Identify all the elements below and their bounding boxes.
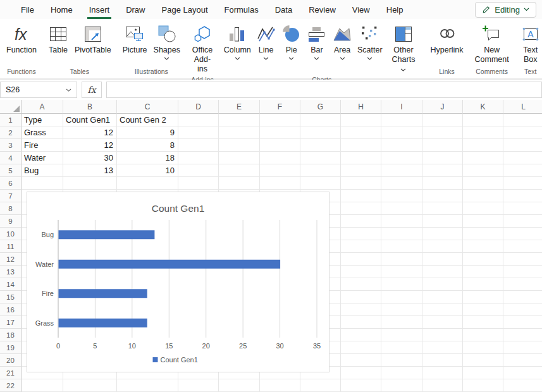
- menu-tab-page-layout[interactable]: Page Layout: [154, 0, 216, 19]
- cell-H6[interactable]: [341, 177, 381, 190]
- pie-chart-button[interactable]: Pie: [279, 22, 304, 61]
- column-header-A[interactable]: A: [22, 100, 63, 114]
- cell-L8[interactable]: [503, 202, 542, 215]
- new-comment-button[interactable]: New Comment: [472, 22, 512, 65]
- cell-L14[interactable]: [503, 278, 542, 291]
- column-header-D[interactable]: D: [178, 100, 219, 114]
- cell-J2[interactable]: [422, 126, 463, 139]
- row-header-1[interactable]: 1: [0, 114, 22, 126]
- cell-H10[interactable]: [341, 228, 381, 240]
- cell-K13[interactable]: [463, 266, 503, 278]
- cell-A4[interactable]: Water: [22, 152, 63, 164]
- cell-J3[interactable]: [422, 139, 463, 152]
- row-header-14[interactable]: 14: [0, 278, 22, 291]
- cell-K9[interactable]: [463, 215, 503, 228]
- text-box-button[interactable]: A Text Box: [517, 22, 542, 65]
- cell-H1[interactable]: [341, 114, 381, 126]
- cell-K8[interactable]: [463, 202, 503, 215]
- cell-J9[interactable]: [422, 215, 463, 228]
- row-header-6[interactable]: 6: [0, 177, 22, 190]
- cell-H5[interactable]: [341, 164, 381, 177]
- cell-I7[interactable]: [381, 190, 422, 202]
- row-header-5[interactable]: 5: [0, 164, 22, 177]
- picture-button[interactable]: Picture: [120, 22, 151, 56]
- row-header-13[interactable]: 13: [0, 266, 22, 278]
- cell-H15[interactable]: [341, 291, 381, 303]
- cell-C2[interactable]: 9: [117, 126, 178, 139]
- cell-E22[interactable]: [219, 379, 260, 392]
- cell-K12[interactable]: [463, 253, 503, 266]
- cell-J13[interactable]: [422, 266, 463, 278]
- cell-D22[interactable]: [178, 379, 219, 392]
- formula-bar-input[interactable]: [106, 82, 542, 98]
- cell-B3[interactable]: 12: [63, 139, 117, 152]
- cell-H17[interactable]: [341, 316, 381, 329]
- cell-K21[interactable]: [463, 367, 503, 379]
- row-header-2[interactable]: 2: [0, 126, 22, 139]
- cell-E2[interactable]: [219, 126, 260, 139]
- menu-tab-data[interactable]: Data: [267, 0, 300, 19]
- cell-H12[interactable]: [341, 253, 381, 266]
- cell-I17[interactable]: [381, 316, 422, 329]
- cell-J4[interactable]: [422, 152, 463, 164]
- cell-J7[interactable]: [422, 190, 463, 202]
- cell-L19[interactable]: [503, 341, 542, 354]
- cell-J15[interactable]: [422, 291, 463, 303]
- menu-tab-view[interactable]: View: [344, 0, 378, 19]
- cell-L2[interactable]: [503, 126, 542, 139]
- cell-H14[interactable]: [341, 278, 381, 291]
- cell-F4[interactable]: [260, 152, 300, 164]
- cell-J19[interactable]: [422, 341, 463, 354]
- cell-L17[interactable]: [503, 316, 542, 329]
- row-header-22[interactable]: 22: [0, 379, 22, 392]
- cell-J22[interactable]: [422, 379, 463, 392]
- row-header-18[interactable]: 18: [0, 329, 22, 341]
- line-chart-button[interactable]: Line: [254, 22, 279, 61]
- row-header-15[interactable]: 15: [0, 291, 22, 303]
- cell-G2[interactable]: [300, 126, 341, 139]
- table-button[interactable]: Table: [45, 22, 71, 56]
- cell-I6[interactable]: [381, 177, 422, 190]
- column-header-J[interactable]: J: [422, 100, 463, 114]
- cell-L6[interactable]: [503, 177, 542, 190]
- cell-D2[interactable]: [178, 126, 219, 139]
- cell-I19[interactable]: [381, 341, 422, 354]
- cell-B1[interactable]: Count Gen1: [63, 114, 117, 126]
- cell-H22[interactable]: [341, 379, 381, 392]
- cell-C1[interactable]: Count Gen 2: [117, 114, 178, 126]
- area-chart-button[interactable]: Area: [330, 22, 355, 61]
- cell-H19[interactable]: [341, 341, 381, 354]
- cell-D3[interactable]: [178, 139, 219, 152]
- cell-I3[interactable]: [381, 139, 422, 152]
- cell-I13[interactable]: [381, 266, 422, 278]
- cell-J17[interactable]: [422, 316, 463, 329]
- cell-D6[interactable]: [178, 177, 219, 190]
- cell-I4[interactable]: [381, 152, 422, 164]
- column-header-K[interactable]: K: [463, 100, 503, 114]
- cell-L15[interactable]: [503, 291, 542, 303]
- function-button[interactable]: fx Function: [3, 22, 40, 56]
- column-header-B[interactable]: B: [63, 100, 117, 114]
- cell-I8[interactable]: [381, 202, 422, 215]
- cell-J20[interactable]: [422, 354, 463, 367]
- cell-K4[interactable]: [463, 152, 503, 164]
- cell-I16[interactable]: [381, 303, 422, 316]
- cell-C6[interactable]: [117, 177, 178, 190]
- cell-L7[interactable]: [503, 190, 542, 202]
- cell-K15[interactable]: [463, 291, 503, 303]
- row-header-4[interactable]: 4: [0, 152, 22, 164]
- cell-B2[interactable]: 12: [63, 126, 117, 139]
- cell-I15[interactable]: [381, 291, 422, 303]
- cell-I10[interactable]: [381, 228, 422, 240]
- menu-tab-draw[interactable]: Draw: [118, 0, 153, 19]
- cell-H4[interactable]: [341, 152, 381, 164]
- cell-H3[interactable]: [341, 139, 381, 152]
- cell-L10[interactable]: [503, 228, 542, 240]
- row-header-3[interactable]: 3: [0, 139, 22, 152]
- cell-I9[interactable]: [381, 215, 422, 228]
- cell-K10[interactable]: [463, 228, 503, 240]
- menu-tab-insert[interactable]: Insert: [81, 0, 118, 19]
- cell-K2[interactable]: [463, 126, 503, 139]
- cell-L4[interactable]: [503, 152, 542, 164]
- cell-E1[interactable]: [219, 114, 260, 126]
